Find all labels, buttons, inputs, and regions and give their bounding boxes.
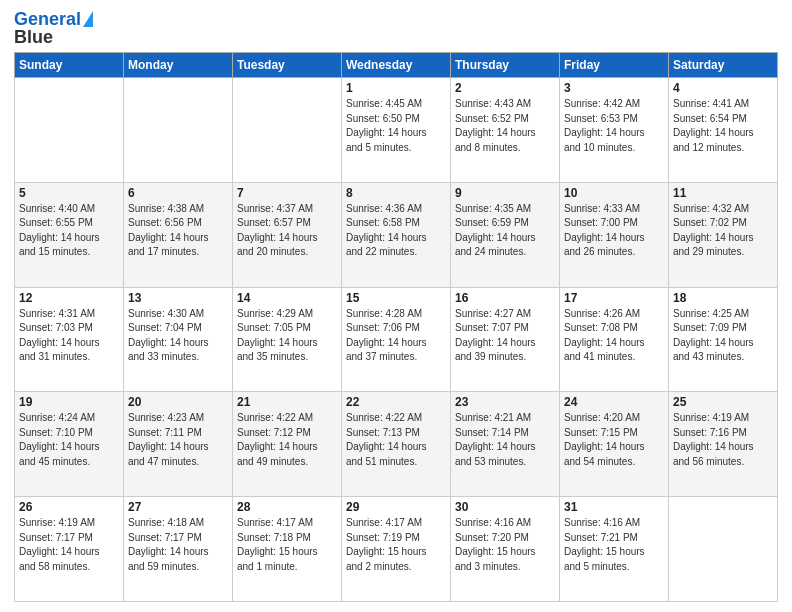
day-number: 3	[564, 81, 664, 95]
day-info: Sunrise: 4:45 AMSunset: 6:50 PMDaylight:…	[346, 97, 446, 155]
day-number: 15	[346, 291, 446, 305]
logo-blue: Blue	[14, 28, 53, 46]
weekday-header-cell: Saturday	[669, 53, 778, 78]
calendar-cell: 20Sunrise: 4:23 AMSunset: 7:11 PMDayligh…	[124, 392, 233, 497]
day-number: 30	[455, 500, 555, 514]
calendar-cell: 24Sunrise: 4:20 AMSunset: 7:15 PMDayligh…	[560, 392, 669, 497]
weekday-header-cell: Sunday	[15, 53, 124, 78]
weekday-header-cell: Friday	[560, 53, 669, 78]
day-number: 31	[564, 500, 664, 514]
calendar-cell: 9Sunrise: 4:35 AMSunset: 6:59 PMDaylight…	[451, 182, 560, 287]
day-number: 2	[455, 81, 555, 95]
day-number: 6	[128, 186, 228, 200]
calendar-cell: 18Sunrise: 4:25 AMSunset: 7:09 PMDayligh…	[669, 287, 778, 392]
day-number: 23	[455, 395, 555, 409]
day-info: Sunrise: 4:23 AMSunset: 7:11 PMDaylight:…	[128, 411, 228, 469]
calendar-cell: 3Sunrise: 4:42 AMSunset: 6:53 PMDaylight…	[560, 78, 669, 183]
calendar-cell: 7Sunrise: 4:37 AMSunset: 6:57 PMDaylight…	[233, 182, 342, 287]
day-info: Sunrise: 4:40 AMSunset: 6:55 PMDaylight:…	[19, 202, 119, 260]
calendar-header: SundayMondayTuesdayWednesdayThursdayFrid…	[15, 53, 778, 78]
day-info: Sunrise: 4:16 AMSunset: 7:20 PMDaylight:…	[455, 516, 555, 574]
calendar-cell: 21Sunrise: 4:22 AMSunset: 7:12 PMDayligh…	[233, 392, 342, 497]
day-info: Sunrise: 4:43 AMSunset: 6:52 PMDaylight:…	[455, 97, 555, 155]
day-number: 20	[128, 395, 228, 409]
day-info: Sunrise: 4:38 AMSunset: 6:56 PMDaylight:…	[128, 202, 228, 260]
calendar-table: SundayMondayTuesdayWednesdayThursdayFrid…	[14, 52, 778, 602]
calendar-cell: 2Sunrise: 4:43 AMSunset: 6:52 PMDaylight…	[451, 78, 560, 183]
day-info: Sunrise: 4:19 AMSunset: 7:17 PMDaylight:…	[19, 516, 119, 574]
calendar-cell: 28Sunrise: 4:17 AMSunset: 7:18 PMDayligh…	[233, 497, 342, 602]
calendar-week-row: 12Sunrise: 4:31 AMSunset: 7:03 PMDayligh…	[15, 287, 778, 392]
logo-triangle-icon	[83, 11, 93, 27]
calendar-week-row: 19Sunrise: 4:24 AMSunset: 7:10 PMDayligh…	[15, 392, 778, 497]
calendar-cell: 23Sunrise: 4:21 AMSunset: 7:14 PMDayligh…	[451, 392, 560, 497]
day-number: 27	[128, 500, 228, 514]
day-number: 9	[455, 186, 555, 200]
calendar-cell: 12Sunrise: 4:31 AMSunset: 7:03 PMDayligh…	[15, 287, 124, 392]
day-number: 29	[346, 500, 446, 514]
day-number: 7	[237, 186, 337, 200]
day-number: 16	[455, 291, 555, 305]
calendar-cell: 25Sunrise: 4:19 AMSunset: 7:16 PMDayligh…	[669, 392, 778, 497]
calendar-cell: 22Sunrise: 4:22 AMSunset: 7:13 PMDayligh…	[342, 392, 451, 497]
page: General Blue SundayMondayTuesdayWednesda…	[0, 0, 792, 612]
day-info: Sunrise: 4:18 AMSunset: 7:17 PMDaylight:…	[128, 516, 228, 574]
day-info: Sunrise: 4:28 AMSunset: 7:06 PMDaylight:…	[346, 307, 446, 365]
logo: General Blue	[14, 10, 93, 46]
day-info: Sunrise: 4:17 AMSunset: 7:18 PMDaylight:…	[237, 516, 337, 574]
day-number: 14	[237, 291, 337, 305]
day-info: Sunrise: 4:41 AMSunset: 6:54 PMDaylight:…	[673, 97, 773, 155]
calendar-week-row: 5Sunrise: 4:40 AMSunset: 6:55 PMDaylight…	[15, 182, 778, 287]
calendar-cell: 19Sunrise: 4:24 AMSunset: 7:10 PMDayligh…	[15, 392, 124, 497]
day-info: Sunrise: 4:17 AMSunset: 7:19 PMDaylight:…	[346, 516, 446, 574]
day-info: Sunrise: 4:20 AMSunset: 7:15 PMDaylight:…	[564, 411, 664, 469]
day-info: Sunrise: 4:33 AMSunset: 7:00 PMDaylight:…	[564, 202, 664, 260]
calendar-cell: 1Sunrise: 4:45 AMSunset: 6:50 PMDaylight…	[342, 78, 451, 183]
day-number: 24	[564, 395, 664, 409]
calendar-week-row: 26Sunrise: 4:19 AMSunset: 7:17 PMDayligh…	[15, 497, 778, 602]
day-info: Sunrise: 4:21 AMSunset: 7:14 PMDaylight:…	[455, 411, 555, 469]
day-number: 11	[673, 186, 773, 200]
calendar-cell: 27Sunrise: 4:18 AMSunset: 7:17 PMDayligh…	[124, 497, 233, 602]
calendar-cell: 11Sunrise: 4:32 AMSunset: 7:02 PMDayligh…	[669, 182, 778, 287]
logo-general: General	[14, 9, 81, 29]
day-info: Sunrise: 4:22 AMSunset: 7:12 PMDaylight:…	[237, 411, 337, 469]
day-info: Sunrise: 4:29 AMSunset: 7:05 PMDaylight:…	[237, 307, 337, 365]
day-number: 5	[19, 186, 119, 200]
weekday-header-cell: Tuesday	[233, 53, 342, 78]
day-number: 4	[673, 81, 773, 95]
calendar-body: 1Sunrise: 4:45 AMSunset: 6:50 PMDaylight…	[15, 78, 778, 602]
calendar-cell: 6Sunrise: 4:38 AMSunset: 6:56 PMDaylight…	[124, 182, 233, 287]
day-info: Sunrise: 4:37 AMSunset: 6:57 PMDaylight:…	[237, 202, 337, 260]
day-info: Sunrise: 4:35 AMSunset: 6:59 PMDaylight:…	[455, 202, 555, 260]
weekday-header-row: SundayMondayTuesdayWednesdayThursdayFrid…	[15, 53, 778, 78]
day-number: 28	[237, 500, 337, 514]
calendar-cell: 5Sunrise: 4:40 AMSunset: 6:55 PMDaylight…	[15, 182, 124, 287]
calendar-cell: 30Sunrise: 4:16 AMSunset: 7:20 PMDayligh…	[451, 497, 560, 602]
day-info: Sunrise: 4:19 AMSunset: 7:16 PMDaylight:…	[673, 411, 773, 469]
day-number: 19	[19, 395, 119, 409]
calendar-cell: 31Sunrise: 4:16 AMSunset: 7:21 PMDayligh…	[560, 497, 669, 602]
calendar-cell	[15, 78, 124, 183]
day-number: 17	[564, 291, 664, 305]
weekday-header-cell: Monday	[124, 53, 233, 78]
day-info: Sunrise: 4:26 AMSunset: 7:08 PMDaylight:…	[564, 307, 664, 365]
day-info: Sunrise: 4:31 AMSunset: 7:03 PMDaylight:…	[19, 307, 119, 365]
day-number: 10	[564, 186, 664, 200]
day-info: Sunrise: 4:30 AMSunset: 7:04 PMDaylight:…	[128, 307, 228, 365]
weekday-header-cell: Wednesday	[342, 53, 451, 78]
calendar-cell: 10Sunrise: 4:33 AMSunset: 7:00 PMDayligh…	[560, 182, 669, 287]
day-number: 18	[673, 291, 773, 305]
day-number: 8	[346, 186, 446, 200]
calendar-cell: 4Sunrise: 4:41 AMSunset: 6:54 PMDaylight…	[669, 78, 778, 183]
calendar-cell	[124, 78, 233, 183]
day-number: 12	[19, 291, 119, 305]
day-number: 13	[128, 291, 228, 305]
day-info: Sunrise: 4:24 AMSunset: 7:10 PMDaylight:…	[19, 411, 119, 469]
calendar-week-row: 1Sunrise: 4:45 AMSunset: 6:50 PMDaylight…	[15, 78, 778, 183]
weekday-header-cell: Thursday	[451, 53, 560, 78]
day-info: Sunrise: 4:27 AMSunset: 7:07 PMDaylight:…	[455, 307, 555, 365]
day-number: 26	[19, 500, 119, 514]
day-info: Sunrise: 4:25 AMSunset: 7:09 PMDaylight:…	[673, 307, 773, 365]
day-number: 22	[346, 395, 446, 409]
